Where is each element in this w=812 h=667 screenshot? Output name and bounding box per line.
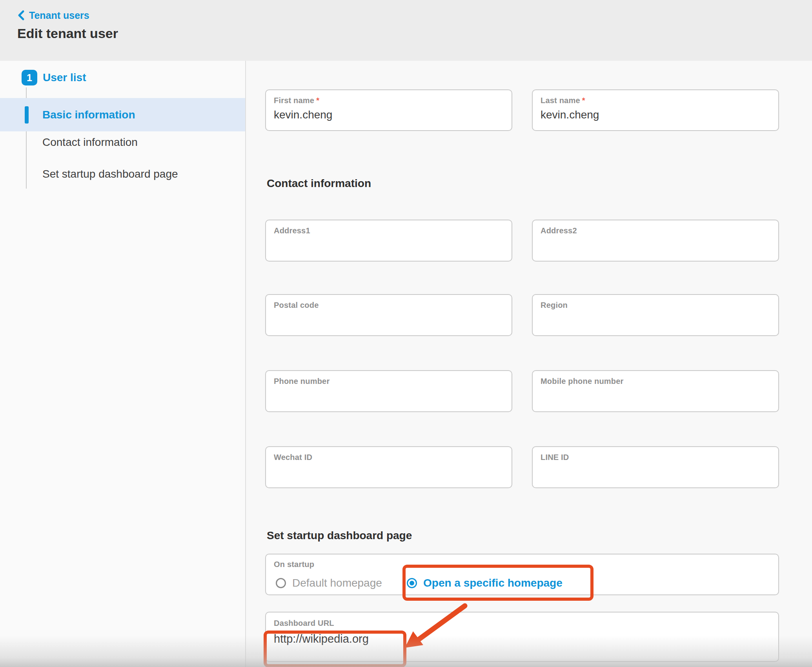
postal-code-label: Postal code: [274, 301, 504, 310]
form-content: First name* Last name* Contact informati…: [247, 61, 812, 667]
region-field: Region: [532, 294, 779, 336]
address1-field: Address1: [265, 220, 512, 262]
address1-input[interactable]: [274, 239, 504, 251]
first-name-field: First name*: [265, 89, 512, 131]
last-name-label: Last name*: [541, 96, 770, 105]
postal-code-field: Postal code: [265, 294, 512, 336]
sidebar-item-user-list[interactable]: 1 User list: [22, 70, 86, 85]
on-startup-label: On startup: [274, 560, 314, 569]
mobile-phone-number-label: Mobile phone number: [541, 377, 770, 386]
phone-number-input[interactable]: [274, 389, 504, 402]
required-asterisk: *: [582, 96, 585, 105]
region-label: Region: [541, 301, 770, 310]
line-id-input[interactable]: [541, 465, 770, 478]
region-input[interactable]: [541, 313, 770, 326]
address2-label: Address2: [541, 226, 770, 235]
phone-number-label: Phone number: [274, 377, 504, 386]
line-id-label: LINE ID: [541, 453, 770, 462]
annotation-box-homepage-option: [402, 565, 594, 601]
line-id-field: LINE ID: [532, 446, 779, 488]
radio-unselected-icon: [276, 578, 286, 588]
required-asterisk: *: [316, 96, 319, 105]
wechat-id-label: Wechat ID: [274, 453, 504, 462]
wechat-id-field: Wechat ID: [265, 446, 512, 488]
radio-option-default-homepage[interactable]: Default homepage: [276, 575, 382, 591]
set-startup-dashboard-page-heading: Set startup dashboard page: [267, 529, 412, 542]
annotation-box-dashboard-url: [264, 631, 406, 667]
first-name-input[interactable]: [274, 109, 504, 121]
sidebar-item-basic-information[interactable]: Basic information: [0, 98, 245, 131]
back-link-tenant-users[interactable]: Tenant users: [17, 9, 89, 21]
back-link-label: Tenant users: [29, 10, 89, 21]
step-number-badge: 1: [22, 70, 37, 85]
chevron-left-icon: [17, 9, 25, 21]
postal-code-input[interactable]: [274, 313, 504, 326]
first-name-label: First name*: [274, 96, 504, 105]
mobile-phone-number-input[interactable]: [541, 389, 770, 402]
sidebar-item-label: Basic information: [42, 98, 135, 131]
dashboard-url-label: Dashboard URL: [274, 619, 770, 628]
sidebar: 1 User list Basic information Contact in…: [0, 61, 246, 667]
active-indicator-bar: [25, 106, 29, 124]
radio-option-label: Default homepage: [292, 577, 382, 589]
page-header: Tenant users Edit tenant user: [0, 0, 812, 61]
contact-information-heading: Contact information: [267, 177, 371, 190]
sidebar-item-contact-information[interactable]: Contact information: [42, 134, 138, 150]
page-title: Edit tenant user: [17, 26, 118, 41]
edit-tenant-user-page: Tenant users Edit tenant user 1 User lis…: [0, 0, 812, 667]
last-name-input[interactable]: [541, 109, 770, 121]
sidebar-item-label: User list: [43, 70, 86, 85]
mobile-phone-number-field: Mobile phone number: [532, 370, 779, 412]
address2-field: Address2: [532, 220, 779, 262]
annotation-arrow-icon: [396, 598, 482, 661]
wechat-id-input[interactable]: [274, 465, 504, 478]
address2-input[interactable]: [541, 239, 770, 251]
sidebar-item-set-startup-dashboard-page[interactable]: Set startup dashboard page: [42, 166, 178, 182]
phone-number-field: Phone number: [265, 370, 512, 412]
address1-label: Address1: [274, 226, 504, 235]
last-name-field: Last name*: [532, 89, 779, 131]
